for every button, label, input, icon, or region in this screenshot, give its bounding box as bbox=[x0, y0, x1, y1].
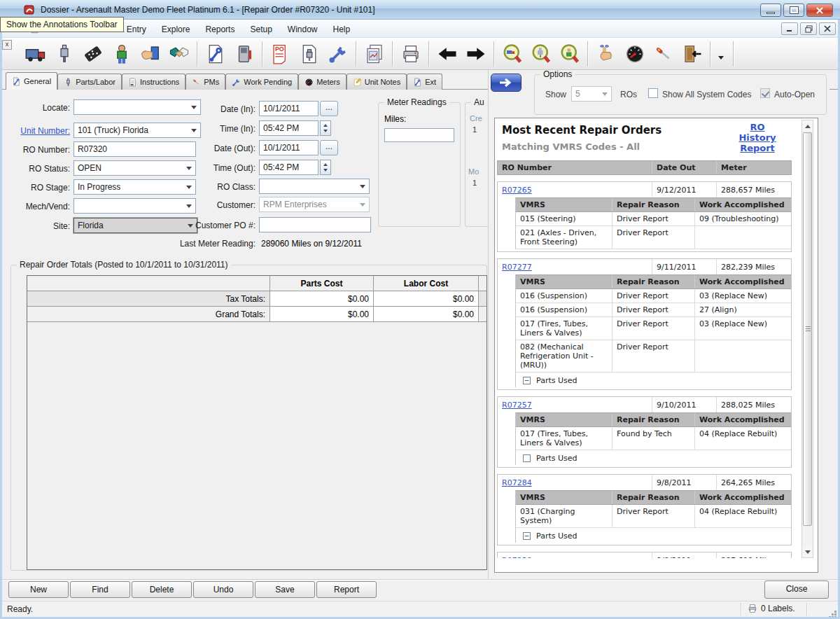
modified-label: Mo bbox=[468, 167, 479, 176]
tab-work-pending[interactable]: Work Pending bbox=[225, 74, 298, 90]
ro-status-combobox[interactable]: OPEN bbox=[74, 160, 196, 176]
tab-pms[interactable]: PMs bbox=[186, 74, 225, 90]
expander-icon[interactable]: − bbox=[523, 377, 531, 384]
vmrs-cell: Driver Report bbox=[612, 226, 695, 249]
ro-number-link[interactable]: R07238 bbox=[502, 556, 532, 559]
date-in-input[interactable]: 10/1/2011 bbox=[259, 101, 318, 116]
minimize-button[interactable] bbox=[760, 4, 781, 17]
find-unit-button[interactable] bbox=[498, 41, 526, 67]
mech-vend-combobox[interactable] bbox=[74, 198, 196, 214]
toolbar-overflow-icon[interactable] bbox=[718, 56, 724, 62]
ro-number-link[interactable]: R07277 bbox=[502, 263, 532, 272]
show-count-combobox[interactable]: 5 bbox=[571, 86, 612, 102]
ro-class-combobox[interactable] bbox=[259, 179, 370, 194]
date-out-picker-button[interactable]: ... bbox=[320, 140, 338, 155]
save-button[interactable]: Save bbox=[255, 581, 315, 598]
back-button[interactable] bbox=[433, 41, 461, 67]
part-request-button[interactable] bbox=[295, 41, 323, 67]
ro-number-link[interactable]: R07284 bbox=[502, 478, 532, 487]
date-in-picker-button[interactable]: ... bbox=[320, 101, 338, 116]
expander-icon[interactable]: − bbox=[523, 532, 531, 540]
menu-help[interactable]: Help bbox=[326, 21, 358, 38]
meter-button[interactable] bbox=[620, 41, 649, 67]
screwdriver-icon bbox=[192, 78, 201, 87]
tire-tread-button[interactable] bbox=[78, 41, 107, 67]
resize-grip[interactable] bbox=[834, 611, 836, 613]
date-out-input[interactable]: 10/1/2011 bbox=[259, 140, 318, 155]
ro-number-link[interactable]: R07265 bbox=[502, 186, 532, 195]
fuel-pump-button[interactable] bbox=[230, 41, 258, 67]
repair-order-button[interactable] bbox=[201, 41, 230, 67]
ro-number-input[interactable]: R07320 bbox=[74, 141, 196, 157]
truck-button[interactable] bbox=[21, 41, 50, 67]
maximize-button[interactable] bbox=[783, 4, 804, 17]
tab-meters[interactable]: Meters bbox=[298, 74, 346, 90]
customer-po-input[interactable] bbox=[259, 217, 371, 232]
titlebar[interactable]: Dossier - Arsenault Master Demo Fleet Pl… bbox=[0, 0, 840, 20]
tab-ext[interactable]: Ext bbox=[407, 74, 442, 90]
hand-card-button[interactable] bbox=[136, 41, 164, 67]
tab-general[interactable]: General bbox=[6, 72, 57, 90]
mdi-restore-button[interactable] bbox=[800, 22, 817, 35]
menu-reports[interactable]: Reports bbox=[197, 21, 242, 38]
footer-divider bbox=[0, 579, 840, 580]
work-pending-button[interactable] bbox=[323, 41, 352, 67]
handshake-button[interactable] bbox=[164, 41, 193, 67]
ro-number-link[interactable]: R07257 bbox=[502, 401, 532, 410]
toolbar-close-button[interactable]: x bbox=[2, 40, 12, 50]
menu-explore[interactable]: Explore bbox=[154, 21, 198, 38]
show-all-system-codes-checkbox[interactable] bbox=[648, 88, 658, 98]
unit-number-combobox[interactable]: 101 (Truck) Florida bbox=[74, 123, 201, 138]
new-button[interactable]: New bbox=[8, 581, 69, 598]
delete-button[interactable]: Delete bbox=[132, 581, 192, 598]
screwdriver-button[interactable] bbox=[649, 41, 678, 67]
auto-open-checkbox[interactable] bbox=[760, 88, 770, 98]
unit-number-link-label[interactable]: Unit Number: bbox=[6, 126, 70, 136]
mdi-close-button[interactable] bbox=[819, 22, 836, 35]
expander-icon[interactable] bbox=[523, 454, 531, 462]
reminder-button[interactable] bbox=[592, 41, 620, 67]
find-button[interactable]: Find bbox=[70, 581, 130, 598]
exit-button[interactable] bbox=[678, 41, 706, 67]
customer-po-label: Customer PO #: bbox=[178, 221, 255, 230]
time-out-input[interactable]: 05:42 PM bbox=[259, 160, 318, 175]
reports-button[interactable] bbox=[360, 41, 388, 67]
order-summary-row: R072779/11/2011282,239 Miles bbox=[498, 259, 791, 274]
personnel-button[interactable] bbox=[107, 41, 136, 67]
menu-setup[interactable]: Setup bbox=[242, 21, 279, 38]
close-window-button[interactable] bbox=[806, 4, 833, 17]
tab-parts-labor[interactable]: Parts/Labor bbox=[57, 74, 122, 90]
time-out-spinner[interactable] bbox=[320, 160, 331, 175]
vmrs-header-row: VMRSRepair ReasonWork Accomplished bbox=[516, 197, 791, 212]
find-part-button[interactable] bbox=[526, 41, 555, 67]
miles-input[interactable] bbox=[384, 128, 454, 142]
undo-button[interactable]: Undo bbox=[193, 581, 253, 598]
toolbar-separator bbox=[428, 41, 429, 67]
vertical-scroll-thumb[interactable] bbox=[803, 132, 812, 526]
tab-unit-notes[interactable]: Unit Notes bbox=[346, 74, 407, 90]
close-button[interactable]: Close bbox=[764, 580, 829, 599]
report-button[interactable]: Report bbox=[316, 581, 377, 598]
ro-history-report-link[interactable]: RO History Report bbox=[732, 122, 783, 153]
collapse-panel-button[interactable] bbox=[491, 74, 522, 92]
unit-part-button[interactable] bbox=[50, 41, 78, 67]
scroll-down-button[interactable] bbox=[802, 547, 813, 557]
print-button[interactable] bbox=[396, 41, 425, 67]
forward-button[interactable] bbox=[461, 41, 490, 67]
instructions-icon bbox=[128, 78, 137, 87]
scroll-up-button[interactable] bbox=[802, 120, 813, 131]
date-in-label: Date (In): bbox=[189, 104, 255, 114]
tab-instructions[interactable]: Instructions bbox=[122, 74, 186, 90]
find-personnel-button[interactable] bbox=[555, 41, 584, 67]
time-in-spinner[interactable] bbox=[320, 120, 331, 136]
spin-down-icon bbox=[323, 169, 328, 174]
customer-combobox[interactable]: RPM Enterprises bbox=[259, 197, 370, 212]
menu-window[interactable]: Window bbox=[280, 21, 326, 38]
vertical-scrollbar[interactable] bbox=[802, 120, 813, 558]
purchase-order-button[interactable]: PO bbox=[266, 41, 295, 67]
order-summary-row: R072579/10/2011288,025 Miles bbox=[498, 397, 791, 412]
mdi-minimize-button[interactable] bbox=[781, 22, 798, 35]
ro-stage-combobox[interactable]: In Progress bbox=[74, 179, 196, 195]
locate-combobox[interactable] bbox=[74, 99, 201, 115]
time-in-input[interactable]: 05:42 PM bbox=[259, 120, 318, 136]
